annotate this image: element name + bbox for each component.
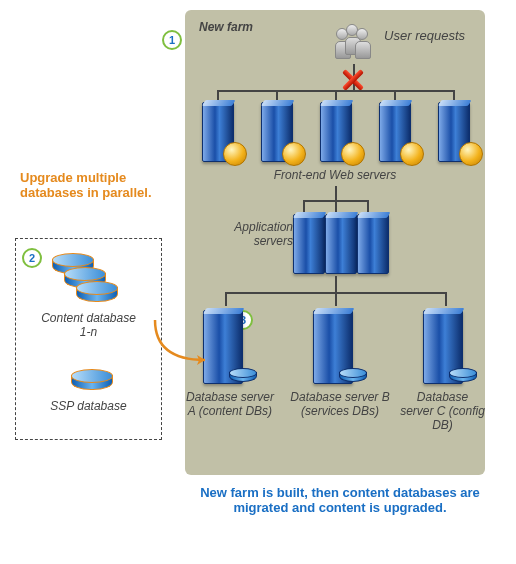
content-db-icon xyxy=(76,281,116,305)
blocked-x-icon xyxy=(341,68,365,92)
users-icon xyxy=(335,24,375,64)
new-farm-title: New farm xyxy=(199,20,253,34)
app-servers-label: Application servers xyxy=(203,220,293,248)
app-server-icon xyxy=(293,214,323,272)
app-server-icon xyxy=(325,214,355,272)
migration-arrow-icon xyxy=(150,315,230,365)
user-requests-label: User requests xyxy=(384,28,465,43)
globe-icon xyxy=(341,142,365,166)
content-db-label: Content database 1-n xyxy=(36,311,141,339)
db-cylinder-icon xyxy=(449,368,475,384)
ssp-db-label: SSP database xyxy=(36,399,141,413)
globe-icon xyxy=(400,142,424,166)
orange-note: Upgrade multiple databases in parallel. xyxy=(20,170,160,200)
db-cylinder-icon xyxy=(229,368,255,384)
ssp-db-icon xyxy=(71,369,111,393)
db-server-b-label: Database server B (services DBs) xyxy=(290,390,390,418)
globe-icon xyxy=(282,142,306,166)
db-server-c-label: Database server C (config DB) xyxy=(400,390,485,432)
databases-to-upgrade-panel: Content database 1-n SSP database xyxy=(15,238,162,440)
step-1-badge: 1 xyxy=(162,30,182,50)
new-farm-panel: New farm User requests Front-end Web ser… xyxy=(185,10,485,475)
globe-icon xyxy=(223,142,247,166)
frontend-label: Front-end Web servers xyxy=(245,168,425,182)
blue-note: New farm is built, then content database… xyxy=(200,485,480,515)
db-cylinder-icon xyxy=(339,368,365,384)
db-server-a-label: Database server A (content DBs) xyxy=(185,390,275,418)
globe-icon xyxy=(459,142,483,166)
app-server-icon xyxy=(357,214,387,272)
